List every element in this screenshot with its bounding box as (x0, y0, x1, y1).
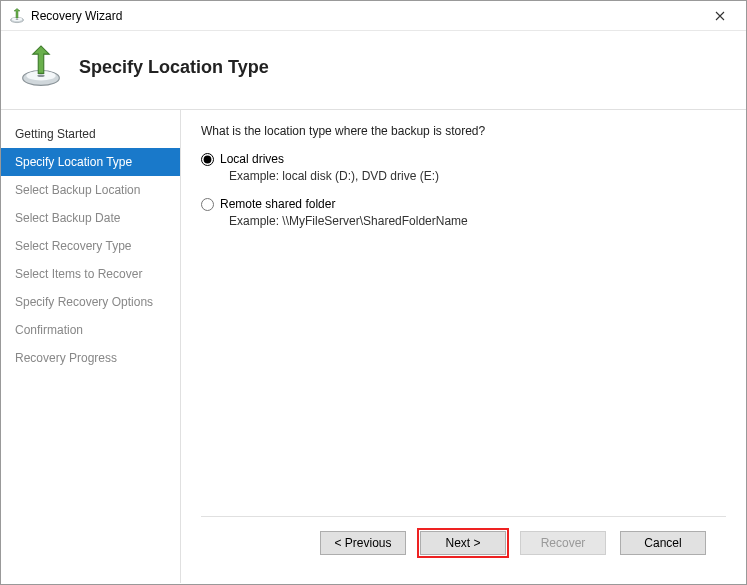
step-select-recovery-type: Select Recovery Type (1, 232, 180, 260)
app-icon (9, 8, 25, 24)
step-select-backup-date: Select Backup Date (1, 204, 180, 232)
option-local-drives-example: Example: local disk (D:), DVD drive (E:) (229, 169, 726, 183)
step-select-backup-location: Select Backup Location (1, 176, 180, 204)
content-pane: What is the location type where the back… (181, 110, 746, 583)
step-getting-started[interactable]: Getting Started (1, 120, 180, 148)
radio-local-drives[interactable] (201, 153, 214, 166)
wizard-steps-sidebar: Getting Started Specify Location Type Se… (1, 110, 181, 583)
option-remote-shared-folder-label: Remote shared folder (220, 197, 335, 211)
wizard-footer: < Previous Next > Recover Cancel (201, 516, 726, 569)
option-remote-shared-folder-example: Example: \\MyFileServer\SharedFolderName (229, 214, 726, 228)
svg-point-5 (37, 74, 44, 77)
option-local-drives-label: Local drives (220, 152, 284, 166)
option-local-drives[interactable]: Local drives (201, 152, 726, 166)
step-confirmation: Confirmation (1, 316, 180, 344)
titlebar: Recovery Wizard (1, 1, 746, 31)
window-title: Recovery Wizard (31, 9, 700, 23)
question-text: What is the location type where the back… (201, 124, 726, 138)
cancel-button[interactable]: Cancel (620, 531, 706, 555)
step-recovery-progress: Recovery Progress (1, 344, 180, 372)
option-remote-shared-folder[interactable]: Remote shared folder (201, 197, 726, 211)
page-title: Specify Location Type (79, 57, 269, 78)
close-icon (715, 11, 725, 21)
step-specify-recovery-options: Specify Recovery Options (1, 288, 180, 316)
wizard-header: Specify Location Type (1, 31, 746, 110)
recovery-icon (19, 45, 63, 89)
close-button[interactable] (700, 2, 740, 30)
recover-button: Recover (520, 531, 606, 555)
radio-remote-shared-folder[interactable] (201, 198, 214, 211)
next-button[interactable]: Next > (420, 531, 506, 555)
step-select-items-to-recover: Select Items to Recover (1, 260, 180, 288)
svg-point-2 (16, 18, 19, 19)
previous-button[interactable]: < Previous (320, 531, 406, 555)
step-specify-location-type[interactable]: Specify Location Type (1, 148, 180, 176)
